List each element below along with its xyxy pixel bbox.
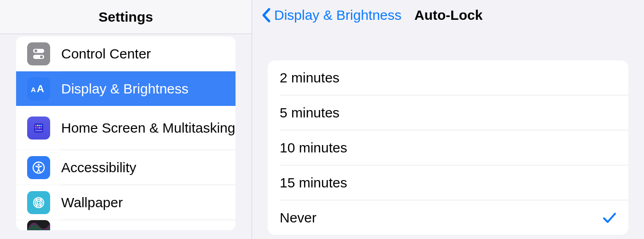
option-never[interactable]: Never: [268, 200, 628, 235]
back-button[interactable]: Display & Brightness: [261, 7, 402, 23]
svg-rect-7: [35, 125, 36, 126]
svg-text:A: A: [37, 84, 44, 94]
option-5-minutes[interactable]: 5 minutes: [268, 95, 628, 130]
detail-header: Display & Brightness Auto-Lock: [252, 0, 644, 30]
svg-text:A: A: [31, 86, 36, 93]
option-label: 5 minutes: [280, 105, 339, 121]
svg-point-19: [35, 199, 42, 206]
sidebar-item-next[interactable]: [16, 220, 236, 230]
sidebar-item-label: Wallpaper: [61, 194, 123, 211]
accessibility-icon: [27, 156, 50, 179]
chevron-left-icon: [261, 7, 271, 23]
checkmark-icon: [603, 212, 616, 224]
svg-rect-14: [40, 127, 42, 128]
option-label: Never: [280, 210, 316, 226]
option-label: 15 minutes: [280, 175, 347, 191]
sidebar-item-label: Accessibility: [61, 159, 136, 176]
detail-title: Auto-Lock: [414, 7, 483, 23]
option-15-minutes[interactable]: 15 minutes: [268, 165, 628, 200]
sidebar-item-control-center[interactable]: Control Center: [16, 36, 236, 71]
option-label: 2 minutes: [280, 70, 339, 86]
toggles-icon: [27, 42, 50, 65]
svg-point-3: [40, 55, 43, 58]
sidebar-scroll[interactable]: Control Center A A Display & Brightness: [0, 34, 252, 239]
option-2-minutes[interactable]: 2 minutes: [268, 60, 628, 95]
sidebar-item-label: Control Center: [61, 46, 151, 62]
svg-rect-10: [40, 125, 42, 126]
svg-point-1: [34, 49, 37, 52]
svg-rect-11: [35, 127, 36, 128]
svg-rect-8: [37, 125, 38, 126]
svg-rect-12: [37, 127, 38, 128]
home-grid-icon: [27, 117, 50, 140]
settings-sidebar: Settings Control Center: [0, 0, 252, 239]
svg-rect-15: [35, 130, 42, 131]
sidebar-item-home-screen[interactable]: Home Screen & Multitasking: [16, 106, 236, 150]
page-title: Settings: [98, 9, 153, 25]
option-10-minutes[interactable]: 10 minutes: [268, 130, 628, 165]
detail-pane: Display & Brightness Auto-Lock 2 minutes…: [252, 0, 644, 239]
sidebar-item-label: Home Screen & Multitasking: [61, 120, 236, 136]
sidebar-item-label: Display & Brightness: [61, 81, 189, 97]
sidebar-item-display-brightness[interactable]: A A Display & Brightness: [16, 71, 236, 106]
svg-point-17: [38, 163, 40, 165]
svg-rect-13: [39, 127, 40, 128]
option-label: 10 minutes: [280, 140, 347, 156]
svg-rect-9: [39, 125, 40, 126]
sidebar-header: Settings: [0, 0, 252, 34]
wallpaper-icon: [27, 191, 50, 214]
sidebar-item-accessibility[interactable]: Accessibility: [16, 150, 236, 185]
sidebar-item-wallpaper[interactable]: Wallpaper: [16, 185, 236, 220]
swirl-icon: [27, 220, 50, 230]
auto-lock-options: 2 minutes 5 minutes 10 minutes 15 minute…: [268, 60, 628, 235]
back-label: Display & Brightness: [274, 7, 402, 23]
text-size-icon: A A: [27, 77, 50, 100]
